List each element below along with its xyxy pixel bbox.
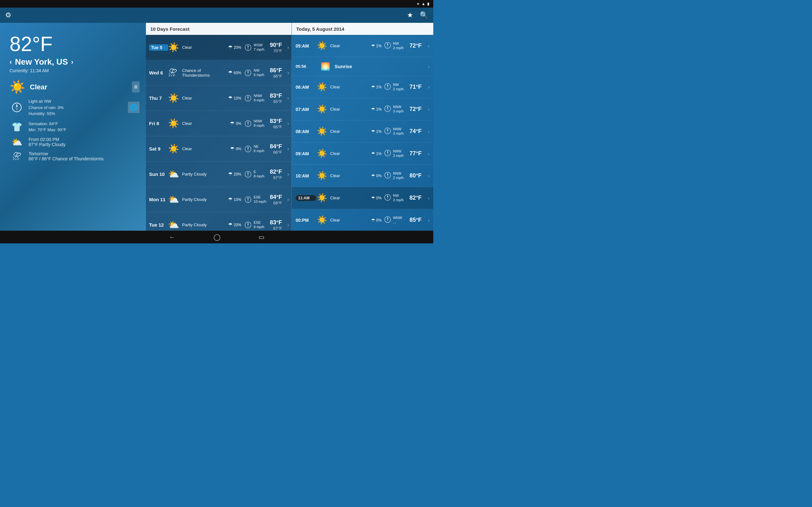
forecast-temps: 84°F 66°F (270, 143, 282, 155)
forecast-day-row[interactable]: Thu 7 ☀️ Clear ☂ 10% NNW9 mp/h 83°F 65°F… (146, 86, 292, 111)
forecast-day-row[interactable]: Mon 11 ⛅ Partly Cloudy ☂ 10% ESE10 mp/h … (146, 187, 292, 212)
search-button[interactable]: 🔍 (420, 11, 428, 19)
hourly-time: 06:AM (296, 84, 316, 90)
details-list-icon[interactable]: ≡ (132, 81, 140, 93)
forecast-weather-icon: ☀️ (168, 144, 180, 154)
globe-icon[interactable]: 🌐 (128, 102, 140, 113)
temp-high: 83°F (270, 118, 282, 124)
hourly-rain: ☂ 0% (371, 173, 382, 178)
thunder-icon: ⛈ (9, 151, 24, 162)
hourly-row[interactable]: 08:AM ☀️ Clear ☂ 1% NNW3 mp/h 74°F › (292, 120, 433, 143)
sensation-row: 👕 Sensation: 84°F Min: 70°F Max: 90°F (9, 121, 140, 133)
tomorrow-row: ⛈ Tomorrow 66°F / 86°F Chance of Thunder… (9, 151, 140, 162)
forecast-day-label: Mon 11 (149, 197, 168, 202)
temp-high: 90°F (270, 42, 282, 49)
hourly-row[interactable]: 00:PM ☀️ Clear ☂ 0% WNW... 85°F › (292, 209, 433, 231)
current-condition: Clear (30, 83, 47, 91)
temp-high: 83°F (270, 93, 282, 99)
later-forecast-time: From 02:00 PM (29, 137, 66, 142)
forecast-row-arrow: › (287, 95, 289, 101)
forecast-temps: 82°F 67°F (270, 169, 282, 180)
current-time: Currently: 11:34 AM (9, 68, 140, 73)
forecast-row-arrow: › (287, 121, 289, 126)
forecast-day-label: Fri 8 (149, 121, 168, 126)
svg-marker-53 (387, 220, 388, 222)
hourly-weather-icon: ☀️ (316, 41, 328, 51)
forecast-condition: Clear (182, 45, 228, 50)
home-button[interactable]: ◯ (213, 233, 220, 241)
hourly-time: 10:AM (296, 173, 316, 178)
forecast-condition: Partly Cloudy (182, 172, 228, 176)
forecast-row-arrow: › (287, 222, 289, 228)
bluetooth-icon: ∗ (416, 2, 420, 6)
hourly-row[interactable]: 10:AM ☀️ Clear ☂ 0% NNW2 mp/h 80°F › (292, 165, 433, 187)
forecast-temps: 86°F 66°F (270, 67, 282, 78)
svg-marker-11 (247, 98, 249, 101)
forecast-condition: Chance of Thunderstorms (182, 68, 228, 78)
forecast-rain: ☂ 60% (228, 70, 241, 76)
hourly-wind: NW2 mp/h (384, 83, 406, 91)
forecast-day-label: Sat 9 (149, 146, 168, 152)
svg-marker-52 (387, 217, 388, 220)
temp-high: 83°F (270, 219, 282, 226)
next-city-arrow[interactable]: › (71, 58, 73, 66)
hourly-row[interactable]: 06:AM ☀️ Clear ☂ 1% NW2 mp/h 71°F › (292, 76, 433, 98)
hourly-panel: Today, 5 August 2014 05:AM ☀️ Clear ☂ 1%… (292, 23, 433, 231)
temp-high: 86°F (270, 67, 282, 74)
hourly-weather-icon: ☀️ (316, 126, 328, 136)
forecast-day-row[interactable]: Tue 12 ⛅ Partly Cloudy ☂ 20% ESE9 mp/h 8… (146, 212, 292, 231)
hourly-temperature: 72°F (409, 43, 421, 49)
hourly-row[interactable]: 07:AM ☀️ Clear ☂ 1% NNW3 mp/h 72°F › (292, 98, 433, 120)
forecast-day-row[interactable]: Tue 5 ☀️ Clear ☂ 20% WSW7 mp/h 90°F 70°F… (146, 35, 292, 60)
hourly-condition: Clear (330, 43, 371, 48)
forecast-weather-icon: ⛅ (168, 220, 180, 230)
humidity: Humidity: 55% (29, 111, 64, 117)
svg-marker-44 (387, 153, 388, 156)
hourly-temperature: 77°F (409, 150, 421, 157)
temp-low: 65°F (270, 99, 282, 104)
svg-marker-23 (247, 200, 249, 202)
battery-icon: ▮ (427, 2, 429, 6)
settings-button[interactable]: ⚙ (5, 11, 11, 19)
forecast-temps: 83°F 66°F (270, 118, 282, 129)
svg-marker-41 (387, 131, 388, 133)
forecast-day-row[interactable]: Fri 8 ☀️ Clear ☂ 0% NNW8 mp/h 83°F 66°F … (146, 111, 292, 136)
hourly-row-arrow: › (428, 107, 429, 112)
svg-marker-43 (387, 151, 388, 153)
hourly-weather-icon: ☀️ (316, 171, 328, 181)
hourly-row[interactable]: 11:AM ☀️ Clear ☂ 0% NW2 mp/h 82°F › (292, 187, 433, 209)
hourly-row-arrow: › (428, 84, 429, 90)
hourly-time: 11:AM (296, 195, 316, 201)
sunrise-label: Sunrise (335, 64, 352, 69)
tomorrow-detail: 66°F / 86°F Chance of Thunderstorms (29, 156, 104, 161)
forecast-day-row[interactable]: Sat 9 ☀️ Clear ☂ 0% NE6 mp/h 84°F 66°F › (146, 136, 292, 162)
svg-marker-2 (16, 107, 18, 111)
forecast-day-row[interactable]: Wed 6 ⛈ Chance of Thunderstorms ☂ 60% NW… (146, 60, 292, 86)
forecast-condition: Partly Cloudy (182, 222, 228, 227)
forecast-rain: ☂ 10% (228, 95, 241, 101)
recents-button[interactable]: ▭ (258, 233, 264, 241)
favorite-button[interactable]: ★ (407, 11, 413, 19)
current-temperature: 82°F (9, 32, 140, 56)
forecast-rain: ☂ 20% (228, 44, 241, 50)
svg-marker-37 (387, 106, 388, 109)
later-forecast-condition: 87°F Partly Cloudy (29, 142, 66, 147)
wind-detail: Light air NW (29, 98, 64, 105)
svg-marker-35 (387, 87, 388, 89)
svg-marker-8 (247, 73, 249, 75)
forecast-day-label: Tue 5 (149, 44, 168, 51)
hourly-temperature: 71°F (409, 83, 421, 90)
forecast-weather-icon: ☀️ (168, 42, 180, 53)
forecast-day-row[interactable]: Sun 10 ⛅ Partly Cloudy ☂ 20% E8 mp/h 82°… (146, 162, 292, 187)
back-button[interactable]: ← (169, 233, 175, 241)
prev-city-arrow[interactable]: ‹ (9, 58, 12, 66)
hourly-row[interactable]: 09:AM ☀️ Clear ☂ 1% NNW3 mp/h 77°F › (292, 143, 433, 165)
hourly-wind: NNW3 mp/h (384, 105, 406, 113)
hourly-rain: ☂ 1% (371, 129, 382, 134)
hourly-rain: ☂ 1% (371, 107, 382, 112)
status-bar: ∗ ▲ ▮ (0, 0, 433, 8)
forecast-wind: E8 mp/h (245, 170, 267, 178)
forecast-wind: NW6 mp/h (245, 68, 267, 77)
hourly-row-arrow: › (428, 173, 429, 178)
hourly-row[interactable]: 05:AM ☀️ Clear ☂ 1% NW2 mp/h 72°F › (292, 35, 433, 57)
